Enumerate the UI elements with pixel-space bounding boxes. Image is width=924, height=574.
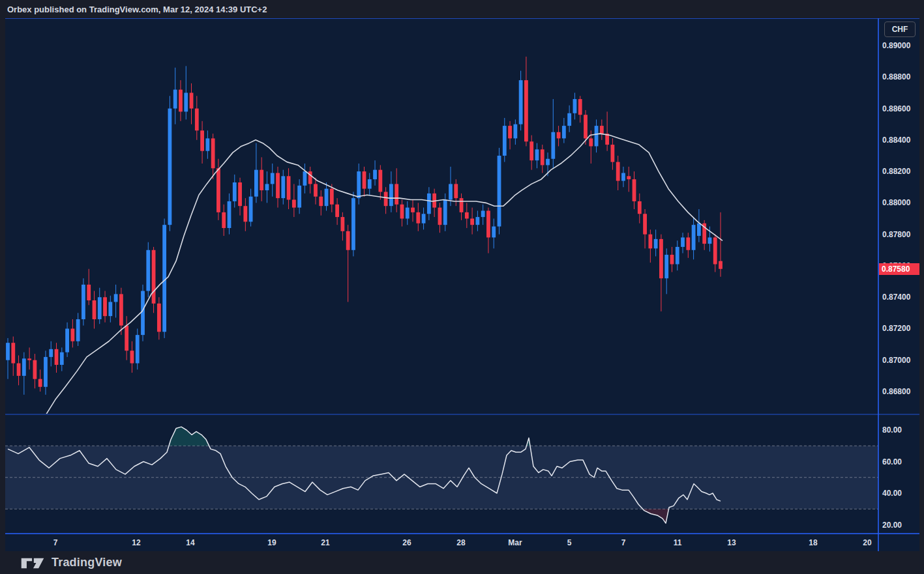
candle-body	[670, 255, 674, 264]
candle-body	[141, 291, 145, 336]
title-bar: Orbex published on TradingView.com, Mar …	[0, 0, 924, 18]
price-tick-label: 0.87800	[882, 230, 911, 239]
main-pane	[6, 57, 723, 415]
candle-body	[648, 235, 652, 249]
candle-body	[513, 124, 517, 139]
candle-body	[454, 184, 458, 198]
candle-body	[87, 285, 91, 300]
candle-body	[676, 247, 679, 265]
candle-body	[168, 109, 172, 225]
rsi-band	[5, 446, 878, 509]
candle-body	[17, 364, 21, 376]
candle-body	[157, 304, 161, 332]
time-tick-label: 12	[132, 538, 141, 547]
candle-body	[546, 159, 550, 165]
candle-body	[697, 223, 701, 236]
symbol-currency-button[interactable]: CHF	[884, 22, 916, 37]
candle-body	[76, 319, 80, 341]
candle-body	[368, 179, 372, 188]
candle-body	[228, 201, 231, 228]
candle-body	[498, 156, 501, 227]
candle-body	[551, 132, 555, 159]
candle-body	[719, 261, 723, 269]
candle-body	[297, 186, 301, 208]
time-tick-label: 11	[674, 538, 682, 547]
candle-body	[465, 212, 469, 219]
candle-body	[136, 335, 140, 363]
candle-body	[49, 349, 53, 357]
candle-body	[303, 171, 307, 186]
candle-body	[400, 205, 404, 219]
price-axis-scale[interactable]	[878, 18, 919, 534]
rsi-pane	[5, 427, 878, 523]
candle-body	[292, 200, 296, 208]
time-tick-label: 7	[621, 538, 626, 547]
candle-body	[238, 182, 242, 206]
time-tick-label: 19	[267, 538, 276, 547]
price-tick-label: 0.87400	[882, 293, 911, 302]
tradingview-logo[interactable]	[20, 555, 46, 571]
candle-body	[443, 200, 447, 225]
rsi-tick-label: 20.00	[882, 521, 902, 530]
candle-body	[27, 358, 31, 360]
candle-body	[416, 212, 420, 223]
candle-body	[38, 379, 42, 387]
candle-body	[535, 149, 539, 160]
candle-body	[357, 171, 361, 198]
candle-body	[281, 176, 285, 198]
candle-body	[616, 162, 620, 181]
time-tick-label: 7	[53, 538, 58, 547]
candle-body	[44, 357, 48, 387]
candle-body	[233, 182, 237, 201]
candle-body	[60, 352, 64, 365]
price-tick-label: 0.88200	[882, 167, 911, 176]
candle-body	[481, 210, 485, 217]
candle-body	[11, 343, 15, 363]
candle-body	[708, 237, 712, 244]
candle-body	[713, 237, 717, 264]
price-chart-canvas[interactable]: 0.890000.888000.886000.884000.882000.880…	[5, 18, 919, 551]
candle-body	[119, 294, 123, 325]
candle-body	[643, 214, 647, 234]
candle-body	[659, 239, 663, 278]
candle-body	[249, 197, 253, 222]
candle-body	[654, 239, 658, 248]
time-tick-label: Mar	[508, 538, 522, 547]
time-tick-label: 13	[727, 538, 736, 547]
candle-body	[152, 250, 156, 304]
time-tick-label: 5	[567, 538, 572, 547]
candle-body	[449, 184, 453, 199]
candle-body	[503, 126, 507, 156]
candle-body	[55, 349, 59, 365]
candle-body	[216, 168, 220, 212]
candle-body	[103, 297, 107, 316]
price-tick-label: 0.86800	[882, 387, 911, 396]
candle-body	[340, 217, 344, 231]
candle-body	[373, 170, 377, 179]
candle-body	[486, 210, 490, 237]
candle-body	[621, 173, 625, 181]
candle-body	[33, 360, 37, 379]
candle-body	[573, 99, 577, 113]
candle-body	[351, 198, 355, 250]
candle-body	[475, 217, 479, 225]
candle-body	[492, 227, 496, 238]
candle-body	[346, 231, 350, 250]
price-tick-label: 0.87000	[882, 356, 911, 365]
candle-body	[114, 294, 118, 302]
candle-body	[98, 297, 102, 319]
candle-body	[319, 197, 323, 206]
last-price-badge: 0.87580	[879, 263, 919, 275]
candle-body	[130, 351, 134, 363]
time-axis: 7121419212628Mar5711131820	[5, 534, 878, 551]
candlestick-series	[6, 57, 723, 395]
last-price-value: 0.87580	[882, 265, 910, 274]
footer-bar: TradingView	[0, 551, 924, 574]
candle-body	[222, 212, 226, 228]
candle-body	[395, 184, 398, 204]
candle-body	[578, 99, 582, 115]
candle-body	[243, 206, 247, 222]
candle-body	[6, 343, 10, 360]
symbol-currency-label: CHF	[892, 25, 908, 34]
candle-body	[411, 208, 415, 212]
